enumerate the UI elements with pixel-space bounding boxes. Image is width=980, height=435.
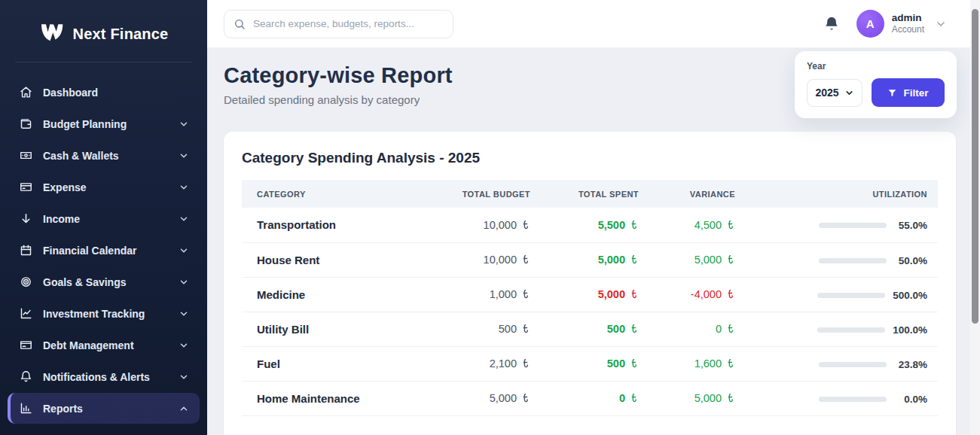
category-cell: Utility Bill (242, 312, 423, 346)
sidebar-item-label: Investment Tracking (43, 308, 168, 320)
brand-logo: Next Finance (0, 0, 207, 45)
chevron-down-icon (179, 119, 189, 129)
sidebar-item-budget-planning[interactable]: Budget Planning (8, 108, 200, 139)
filter-row: 2025 Filter (807, 78, 945, 107)
brand-logo-icon (39, 23, 66, 45)
avatar[interactable]: A (856, 10, 884, 38)
sidebar-item-label: Notifications & Alerts (43, 371, 168, 383)
variance-cell: 5,000 (642, 242, 738, 277)
sidebar: Next Finance DashboardBudget PlanningCas… (0, 0, 207, 435)
sidebar-item-cash-wallets[interactable]: Cash & Wallets (8, 140, 200, 171)
utilization-cell: 55.0% (738, 208, 938, 242)
table-body: Transportation10,000 5,500 4,500 55.0%Ho… (242, 208, 938, 415)
total-budget-cell: 1,000 (423, 277, 533, 312)
sidebar-item-label: Budget Planning (43, 118, 168, 130)
sidebar-item-label: Goals & Savings (43, 276, 168, 288)
category-cell: Fuel (242, 346, 423, 381)
chevron-down-icon[interactable] (935, 18, 947, 30)
total-spent-cell: 500 (533, 312, 642, 346)
search-box[interactable] (224, 10, 453, 38)
sidebar-item-label: Financial Calendar (43, 245, 168, 257)
account-name: admin (892, 12, 924, 24)
total-spent-cell: 500 (533, 346, 642, 381)
category-spending-table: CategoryTotal BudgetTotal SpentVarianceU… (242, 180, 938, 416)
year-label: Year (807, 61, 945, 71)
table-row: Utility Bill500 500 0 100.0% (242, 312, 938, 346)
sidebar-item-label: Cash & Wallets (43, 150, 168, 162)
arrow-down-icon (20, 212, 32, 225)
category-cell: Transportation (242, 208, 423, 242)
taka-currency-icon (631, 324, 639, 333)
search-input[interactable] (253, 18, 444, 29)
utilization-bar (819, 362, 887, 367)
sidebar-divider (15, 62, 192, 62)
banknote-icon (20, 149, 32, 162)
chevron-up-icon (179, 403, 189, 414)
variance-cell: 5,000 (642, 381, 738, 415)
sidebar-item-dashboard[interactable]: Dashboard (8, 77, 200, 108)
report-card: Category Spending Analysis - 2025 Catego… (224, 132, 956, 435)
chevron-down-icon (179, 245, 189, 256)
utilization-cell: 100.0% (738, 312, 938, 346)
utilization-percentage: 0.0% (894, 394, 927, 405)
bar-chart-icon (20, 402, 32, 415)
utilization-cell: 500.0% (738, 277, 938, 312)
taka-currency-icon (728, 393, 735, 403)
wallet-icon (20, 117, 32, 130)
category-cell: Medicine (242, 277, 423, 312)
utilization-bar (817, 327, 885, 333)
utilization-bar (819, 258, 887, 263)
utilization-cell: 0.0% (738, 381, 938, 415)
utilization-percentage: 500.0% (893, 290, 927, 301)
sidebar-item-income[interactable]: Income (8, 203, 200, 234)
sidebar-item-goals-savings[interactable]: Goals & Savings (8, 266, 200, 297)
category-cell: House Rent (242, 242, 423, 277)
total-budget-cell: 5,000 (423, 381, 533, 415)
chevron-down-icon (179, 214, 189, 224)
total-budget-cell: 500 (423, 312, 533, 346)
table-row: House Rent10,000 5,000 5,000 50.0% (242, 242, 938, 277)
target-icon (20, 275, 32, 288)
credit-card-icon (20, 181, 32, 193)
page-content: Category-wise Report Detailed spending a… (207, 48, 980, 435)
column-header-total-budget: Total Budget (423, 180, 533, 208)
topbar-right: A admin Account (823, 10, 947, 38)
utilization-percentage: 50.0% (894, 255, 927, 266)
sidebar-item-expense[interactable]: Expense (8, 172, 200, 202)
brand-name: Next Finance (73, 26, 169, 43)
year-select[interactable]: 2025 (807, 79, 862, 107)
sidebar-item-label: Income (43, 213, 168, 225)
utilization-percentage: 100.0% (893, 324, 927, 336)
utilization-cell: 50.0% (738, 242, 938, 277)
total-spent-cell: 5,000 (533, 277, 642, 312)
sidebar-item-reports[interactable]: Reports (8, 393, 200, 424)
column-header-utilization: Utilization (738, 180, 938, 208)
sidebar-item-investment-tracking[interactable]: Investment Tracking (8, 298, 200, 329)
taka-currency-icon (728, 324, 735, 333)
sidebar-item-label: Debt Management (43, 339, 168, 351)
table-row: Transportation10,000 5,500 4,500 55.0% (242, 208, 938, 242)
topbar: A admin Account (207, 0, 980, 48)
sidebar-item-financial-calendar[interactable]: Financial Calendar (8, 235, 200, 266)
sidebar-item-notifications-alerts[interactable]: Notifications & Alerts (8, 361, 200, 392)
sidebar-item-label: Dashboard (43, 87, 189, 99)
chevron-down-icon (179, 182, 189, 193)
total-budget-cell: 10,000 (423, 208, 533, 242)
sidebar-nav: DashboardBudget PlanningCash & WalletsEx… (0, 70, 207, 424)
scrollbar-thumb[interactable] (972, 9, 978, 324)
notifications-bell-icon[interactable] (823, 16, 840, 32)
filter-button[interactable]: Filter (872, 78, 945, 107)
utilization-cell: 23.8% (738, 346, 938, 381)
bell-icon (20, 370, 32, 383)
year-select-value: 2025 (815, 87, 838, 99)
table-row: Home Maintenance5,000 0 5,000 0.0% (242, 381, 938, 415)
variance-cell: 0 (642, 312, 738, 346)
sidebar-item-debt-management[interactable]: Debt Management (8, 330, 200, 360)
taka-currency-icon (523, 254, 530, 264)
sidebar-item-label: Expense (43, 181, 168, 193)
taka-currency-icon (631, 289, 639, 299)
taka-currency-icon (728, 220, 735, 230)
vertical-scrollbar[interactable] (970, 0, 980, 435)
account-menu[interactable]: A admin Account (856, 10, 947, 38)
variance-cell: 4,500 (642, 208, 738, 242)
